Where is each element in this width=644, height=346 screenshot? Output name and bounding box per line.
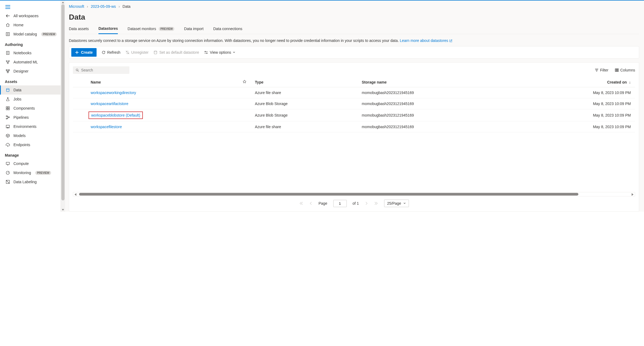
col-created[interactable]: Created on ↓ — [515, 77, 635, 87]
svg-point-25 — [207, 53, 207, 54]
search-input-wrapper[interactable] — [73, 66, 129, 74]
automl-icon — [5, 60, 10, 64]
tab-dataset-monitors[interactable]: Dataset monitors PREVIEW — [128, 23, 174, 34]
columns-button[interactable]: Columns — [615, 68, 635, 72]
crumb-workspace[interactable]: 2023-05-09-ws — [91, 4, 116, 9]
endpoint-icon — [5, 142, 10, 147]
tab-data-import[interactable]: Data import — [184, 23, 203, 34]
cell-name[interactable]: workspacefilestore — [86, 121, 238, 132]
svg-point-6 — [8, 60, 9, 62]
sidebar-designer[interactable]: Designer — [0, 67, 61, 76]
col-name[interactable]: Name — [86, 77, 238, 87]
learn-more-link[interactable]: Learn more about datastores — [400, 38, 452, 44]
description-text: Datastores securely connect to a storage… — [69, 38, 400, 43]
sidebar-endpoints[interactable]: Endpoints — [0, 140, 61, 149]
tab-datastores[interactable]: Datastores — [98, 23, 118, 34]
button-label: Refresh — [107, 50, 121, 55]
sidebar-compute[interactable]: Compute — [0, 159, 61, 168]
svg-rect-18 — [6, 118, 7, 119]
nav-label: Models — [13, 134, 26, 138]
cell-name[interactable]: workspaceblobstore (Default) — [86, 109, 238, 121]
table-row[interactable]: workspacefilestoreAzure file sharemomobu… — [73, 121, 635, 132]
sidebar-models[interactable]: Models — [0, 131, 61, 140]
hamburger-menu-button[interactable] — [3, 3, 13, 11]
sidebar-data-labeling[interactable]: Data Labeling — [0, 177, 61, 186]
table-row[interactable]: workspaceblobstore (Default)Azure Blob S… — [73, 109, 635, 121]
main-content: Microsoft › 2023-05-09-ws › Data Data Da… — [65, 1, 644, 212]
sidebar-data[interactable]: Data — [0, 85, 61, 95]
tab-data-assets[interactable]: Data assets — [69, 23, 89, 34]
view-options-button[interactable]: View options — [204, 50, 235, 55]
set-default-button: Set as default datastore — [153, 50, 199, 55]
button-label: Unregister — [131, 50, 149, 55]
nav-label: Home — [13, 23, 23, 27]
nav-label: Compute — [13, 161, 29, 166]
cell-type: Azure Blob Storage — [251, 109, 358, 121]
svg-rect-8 — [6, 70, 7, 71]
breadcrumb: Microsoft › 2023-05-09-ws › Data — [69, 1, 639, 10]
nav-label: Monitoring — [13, 171, 31, 175]
sidebar-components[interactable]: Components — [0, 104, 61, 113]
svg-rect-10 — [7, 72, 8, 73]
svg-point-5 — [6, 60, 7, 62]
refresh-icon — [101, 50, 106, 55]
pagination: Page of 1 25/Page — [73, 196, 635, 210]
cell-type: Azure file share — [251, 121, 358, 132]
section-authoring: Authoring — [0, 39, 61, 48]
col-storage[interactable]: Storage name — [358, 77, 515, 87]
svg-rect-13 — [8, 107, 9, 108]
external-link-icon — [449, 39, 452, 42]
create-button[interactable]: Create — [71, 48, 97, 57]
page-last-button[interactable] — [374, 201, 378, 206]
datastores-card: Filter Columns Name — [69, 62, 639, 212]
table-row[interactable]: workspaceartifactstoreAzure Blob Storage… — [73, 98, 635, 109]
data-icon — [5, 88, 10, 92]
all-workspaces-link[interactable]: All workspaces — [0, 11, 61, 20]
section-assets: Assets — [0, 76, 61, 85]
sidebar-home[interactable]: Home — [0, 20, 61, 30]
scroll-left-icon — [75, 193, 76, 196]
refresh-button[interactable]: Refresh — [101, 50, 121, 55]
page-next-button[interactable] — [365, 201, 368, 206]
horizontal-scrollbar[interactable] — [73, 192, 635, 196]
cell-type: Azure file share — [251, 87, 358, 98]
flask-icon — [5, 97, 10, 102]
sidebar-automl[interactable]: Automated ML — [0, 57, 61, 67]
nav-label: Data Labeling — [13, 180, 37, 184]
cell-name[interactable]: workspaceartifactstore — [86, 98, 238, 109]
cell-created: May 8, 2023 10:09 PM — [515, 109, 635, 121]
sidebar-jobs[interactable]: Jobs — [0, 95, 61, 104]
svg-rect-15 — [8, 109, 9, 110]
scrollbar-thumb[interactable] — [79, 193, 578, 196]
page-number-input[interactable] — [333, 200, 347, 207]
filter-button[interactable]: Filter — [595, 68, 608, 72]
sidebar-notebooks[interactable]: Notebooks — [0, 48, 61, 57]
sidebar-monitoring[interactable]: Monitoring PREVIEW — [0, 168, 61, 177]
col-star[interactable] — [238, 77, 251, 87]
page-prev-button[interactable] — [309, 201, 313, 206]
svg-rect-12 — [6, 107, 8, 108]
tab-data-connections[interactable]: Data connections — [213, 23, 242, 34]
sidebar-pipelines[interactable]: Pipelines — [0, 113, 61, 122]
sidebar-model-catalog[interactable]: Model catalog PREVIEW — [0, 30, 61, 39]
crumb-microsoft[interactable]: Microsoft — [69, 4, 84, 9]
button-label: Create — [81, 50, 93, 55]
sidebar-environments[interactable]: Environments — [0, 122, 61, 131]
search-input[interactable] — [81, 68, 127, 72]
table-row[interactable]: workspaceworkingdirectoryAzure file shar… — [73, 87, 635, 98]
page-first-button[interactable] — [299, 201, 303, 206]
designer-icon — [5, 69, 10, 74]
svg-rect-29 — [618, 69, 618, 71]
page-size-select[interactable]: 25/Page — [384, 200, 409, 207]
col-type[interactable]: Type — [251, 77, 358, 87]
nav-label: Jobs — [13, 97, 22, 101]
chevron-right-icon: › — [119, 4, 120, 9]
svg-rect-27 — [615, 69, 616, 71]
pipeline-icon — [5, 115, 10, 120]
page-label: Page — [319, 201, 327, 206]
scrollbar-thumb[interactable] — [61, 4, 65, 200]
button-label: Set as default datastore — [159, 50, 199, 55]
cell-name[interactable]: workspaceworkingdirectory — [86, 87, 238, 98]
preview-badge: PREVIEW — [159, 27, 174, 31]
vertical-scrollbar[interactable] — [61, 1, 65, 212]
